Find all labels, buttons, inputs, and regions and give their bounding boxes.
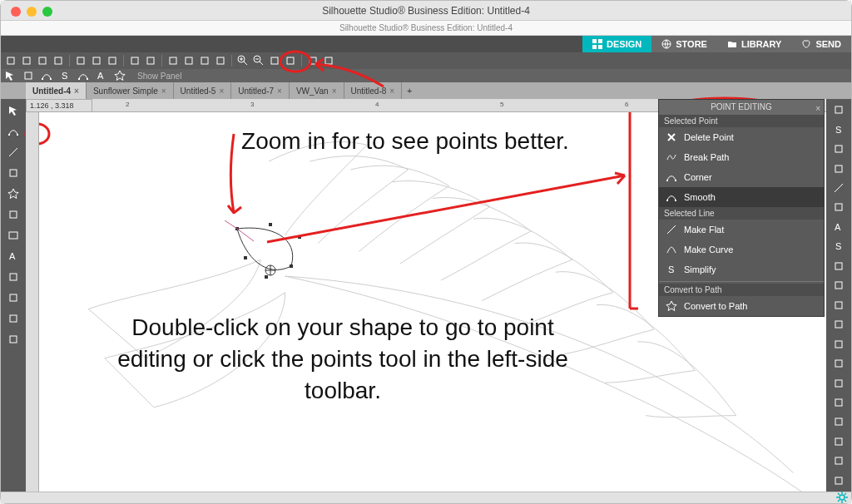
save-icon[interactable]: [36, 54, 49, 67]
edit-points-icon[interactable]: [5, 123, 22, 140]
tab-close-icon[interactable]: ×: [74, 86, 79, 96]
settings-gear-icon[interactable]: [836, 492, 848, 503]
fill-panel-icon[interactable]: [830, 161, 847, 175]
close-icon[interactable]: [11, 7, 21, 17]
doc-tab[interactable]: VW_Van×: [290, 82, 344, 99]
svg-rect-76: [835, 457, 842, 464]
eraser-icon[interactable]: [5, 269, 22, 285]
selected-point-detail[interactable]: [220, 220, 320, 304]
paste-icon[interactable]: [106, 54, 119, 67]
media-layout-icon[interactable]: [830, 375, 847, 390]
zoom-in-icon[interactable]: [236, 54, 250, 67]
modify-icon[interactable]: [830, 317, 847, 332]
doc-tab[interactable]: Sunflower Simple×: [87, 82, 174, 99]
pan-icon[interactable]: [306, 54, 320, 67]
doc-tab[interactable]: Untitled-5×: [174, 82, 232, 99]
copy-icon[interactable]: [90, 54, 103, 67]
path-pen-icon[interactable]: [22, 70, 34, 82]
maximize-icon[interactable]: [42, 7, 52, 17]
tab-close-icon[interactable]: ×: [161, 86, 166, 96]
pencil-icon[interactable]: [5, 206, 22, 223]
point-option-item[interactable]: Break Path: [659, 147, 824, 167]
pencil-smooth-icon[interactable]: [77, 70, 89, 82]
freehand-icon[interactable]: [5, 165, 22, 181]
ungroup-icon[interactable]: [214, 54, 227, 67]
tab-store[interactable]: STORE: [651, 36, 717, 52]
tab-close-icon[interactable]: ×: [219, 86, 224, 96]
redo-icon[interactable]: [144, 54, 157, 67]
line-style-icon[interactable]: [830, 180, 847, 195]
svg-rect-17: [217, 57, 224, 64]
star-shape-icon[interactable]: [5, 185, 22, 202]
text-tool-icon[interactable]: A: [5, 248, 22, 264]
page-nav-icon[interactable]: [4, 478, 19, 490]
tab-send[interactable]: SEND: [791, 36, 851, 52]
tab-close-icon[interactable]: ×: [332, 86, 337, 96]
point-option-item[interactable]: Smooth: [659, 187, 824, 207]
letter-s-icon[interactable]: A: [96, 70, 107, 82]
svg-rect-73: [835, 399, 842, 406]
window-controls[interactable]: [11, 7, 52, 17]
doc-tab[interactable]: Untitled-8×: [344, 82, 403, 99]
convert-option-item[interactable]: Convert to Path: [659, 296, 824, 316]
minimize-icon[interactable]: [27, 7, 37, 17]
knife-icon[interactable]: [5, 289, 22, 306]
tab-close-icon[interactable]: ×: [277, 86, 282, 96]
tab-add-icon[interactable]: +: [402, 82, 417, 99]
show-panel-label[interactable]: Show Panel: [137, 72, 181, 81]
fill-bucket-icon[interactable]: [5, 310, 22, 327]
point-option-label: Break Path: [684, 152, 729, 162]
select-arrow-icon[interactable]: [5, 102, 22, 119]
layers-icon[interactable]: S: [830, 239, 847, 254]
print-icon[interactable]: [52, 54, 65, 67]
object-align-icon[interactable]: [830, 259, 847, 274]
eyedropper-icon[interactable]: [5, 331, 22, 348]
tab-library[interactable]: LIBRARY: [717, 36, 791, 52]
new-file-icon[interactable]: [4, 54, 17, 67]
point-option-label: Corner: [684, 172, 712, 182]
tab-close-icon[interactable]: ×: [389, 86, 394, 96]
page-setup-icon[interactable]: [830, 102, 847, 117]
window-title: Silhouette Studio® Business Edition: Unt…: [1, 1, 851, 21]
trace-icon[interactable]: [830, 200, 847, 215]
transform-icon[interactable]: [830, 278, 847, 293]
zoom-selection-icon[interactable]: [268, 54, 281, 67]
open-icon[interactable]: [20, 54, 33, 67]
puzzle-icon[interactable]: [830, 453, 847, 468]
path-curve-icon[interactable]: [41, 70, 52, 82]
tab-design[interactable]: DESIGN: [582, 36, 651, 52]
replicate-icon[interactable]: [830, 298, 847, 313]
warp-icon[interactable]: [830, 414, 847, 429]
panel-close-icon[interactable]: ×: [815, 101, 820, 116]
select-all-icon[interactable]: [166, 54, 180, 67]
line-option-item[interactable]: Make Curve: [659, 240, 824, 259]
rect-tool-icon[interactable]: [5, 227, 22, 244]
point-option-item[interactable]: Delete Point: [659, 127, 824, 147]
deselect-icon[interactable]: [182, 54, 196, 67]
undo-icon[interactable]: [128, 54, 141, 67]
grid-settings-icon[interactable]: S: [830, 121, 847, 136]
line-option-item[interactable]: Make Flat: [659, 220, 824, 240]
blend-icon[interactable]: [830, 473, 847, 488]
doc-tab[interactable]: Untitled-7×: [231, 82, 290, 99]
bluetooth-icon[interactable]: [830, 395, 847, 410]
sticker-icon[interactable]: [830, 434, 847, 449]
zoom-out-icon[interactable]: [252, 54, 265, 67]
star-outline-icon[interactable]: [114, 70, 126, 82]
point-option-item[interactable]: Corner: [659, 167, 824, 187]
offset-icon[interactable]: [830, 336, 847, 351]
doc-tab[interactable]: Untitled-4×: [26, 82, 87, 99]
text-style-icon[interactable]: A: [830, 220, 847, 235]
cursor-mode-icon[interactable]: [4, 70, 16, 82]
svg-rect-48: [269, 223, 272, 226]
point-editing-panel[interactable]: POINT EDITING × Selected Point Delete Po…: [658, 99, 825, 317]
line-option-item[interactable]: SSimplify: [659, 259, 824, 279]
scissors-icon[interactable]: S: [59, 70, 71, 82]
group-icon[interactable]: [198, 54, 211, 67]
fit-page-icon[interactable]: [284, 54, 297, 67]
line-tool-icon[interactable]: [5, 144, 22, 161]
cut-icon[interactable]: [74, 54, 87, 67]
nesting-icon[interactable]: [830, 356, 847, 371]
grid-icon[interactable]: [322, 54, 335, 67]
pixscan-icon[interactable]: [830, 141, 847, 156]
